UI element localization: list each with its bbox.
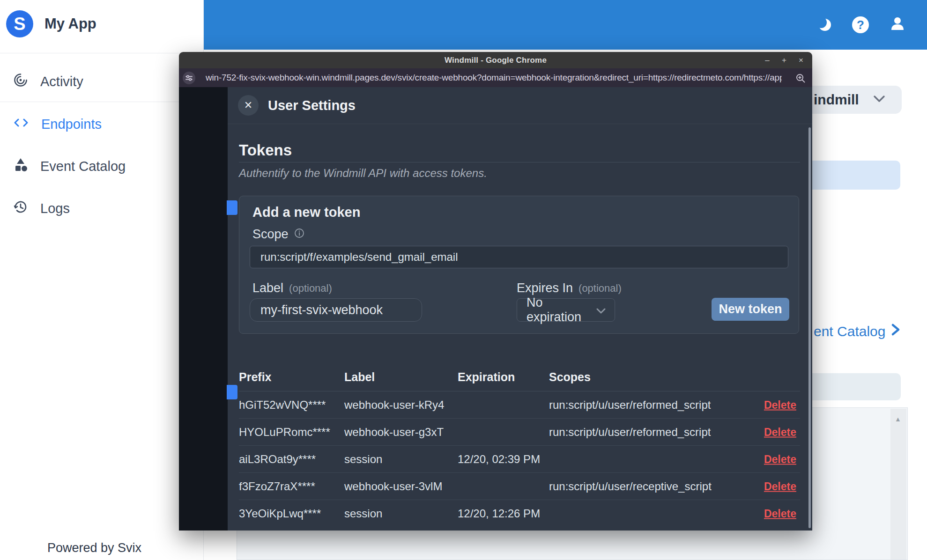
sidebar-item-activity[interactable]: Activity (0, 66, 204, 96)
token-label: session (344, 453, 382, 466)
token-scopes: run:script/u/user/receptive_script (549, 480, 712, 493)
token-prefix: 3YeOiKpLwq**** (239, 507, 321, 520)
screen: ? indmill ent Catalog ▲ S My App (0, 0, 927, 560)
tokens-subtitle: Authentify to the Windmill API with acce… (239, 167, 487, 180)
help-icon[interactable]: ? (852, 16, 869, 33)
divider (239, 162, 800, 162)
minimize-button[interactable]: – (764, 56, 771, 65)
chevron-down-icon (873, 95, 885, 104)
sidebar-item-endpoints[interactable]: Endpoints (0, 109, 204, 139)
scope-field-label: Scope (252, 227, 304, 242)
zoom-icon[interactable] (795, 73, 806, 85)
chevron-down-icon (596, 303, 606, 317)
sidebar-item-label: Logs (40, 201, 70, 216)
tokens-table: Prefix Label Expiration Scopes hGiT52wVN… (239, 363, 800, 527)
browser-viewport: ✕ User Settings Tokens Authentify to the… (179, 87, 812, 531)
col-header-expiration: Expiration (458, 370, 515, 384)
add-token-card: Add a new token Scope run:script/f/examp… (239, 196, 799, 334)
token-prefix: hGiT52wVNQ**** (239, 398, 326, 412)
sidebar-item-logs[interactable]: Logs (0, 193, 204, 223)
col-header-prefix: Prefix (239, 370, 271, 384)
sidebar-item-label: Event Catalog (40, 159, 126, 174)
table-row: aiL3ROat9y**** session 12/20, 02:39 PM D… (239, 446, 800, 473)
table-row: 3YeOiKpLwq**** session 12/20, 12:26 PM D… (239, 500, 800, 527)
hidden-blue-button[interactable] (227, 385, 237, 399)
table-row: f3FzoZ7raX**** webhook-user-3vlM run:scr… (239, 473, 800, 500)
scope-label-text: Scope (252, 227, 289, 242)
token-scopes: run:script/u/user/reformed_script (549, 398, 711, 412)
col-header-scopes: Scopes (549, 370, 591, 384)
user-icon[interactable] (889, 15, 906, 35)
sidebar-item-label: Activity (40, 74, 83, 89)
site-settings-icon[interactable] (183, 72, 195, 84)
col-header-label: Label (344, 370, 375, 384)
table-row: HYOLuPRomc**** webhook-user-g3xT run:scr… (239, 419, 800, 446)
table-header-row: Prefix Label Expiration Scopes (239, 363, 800, 391)
shapes-icon (13, 157, 28, 176)
app-topbar: ? (204, 0, 927, 50)
sidebar-item-event-catalog[interactable]: Event Catalog (0, 151, 204, 181)
token-scopes: run:script/u/user/reformed_script (549, 426, 711, 439)
token-expiration: 12/20, 12:26 PM (458, 507, 540, 520)
modal-header: ✕ User Settings (228, 87, 812, 124)
token-label: webhook-user-kRy4 (344, 398, 444, 412)
token-expiration: 12/20, 02:39 PM (458, 453, 540, 466)
page-backdrop (179, 87, 228, 531)
scroll-up-icon[interactable]: ▲ (895, 415, 901, 423)
chevron-right-icon (891, 323, 900, 339)
powered-by-svix: Powered by Svix (47, 541, 141, 555)
token-prefix: aiL3ROat9y**** (239, 453, 316, 466)
modal-title: User Settings (268, 87, 356, 124)
modal-scrollbar[interactable] (808, 127, 811, 528)
token-prefix: f3FzoZ7raX**** (239, 480, 315, 493)
event-catalog-link[interactable]: ent Catalog (814, 323, 900, 339)
label-label-text: Label (252, 281, 283, 295)
close-window-button[interactable]: × (797, 56, 805, 65)
close-icon[interactable]: ✕ (238, 95, 259, 116)
label-field-label: Label (optional) (252, 281, 332, 295)
app-name: My App (44, 15, 96, 32)
optional-hint: (optional) (578, 282, 622, 295)
url-text[interactable]: win-752-fix-svix-webhook-win.windmill.pa… (206, 73, 782, 83)
token-prefix: HYOLuPRomc**** (239, 426, 330, 439)
delete-token-link[interactable]: Delete (764, 480, 796, 493)
info-icon[interactable] (294, 227, 304, 242)
svix-logo: S (6, 10, 33, 37)
hidden-blue-button[interactable] (227, 200, 237, 215)
url-bar[interactable]: win-752-fix-svix-webhook-win.windmill.pa… (179, 68, 812, 87)
delete-token-link[interactable]: Delete (764, 398, 796, 411)
divider (0, 102, 204, 102)
new-token-button[interactable]: New token (712, 298, 789, 321)
window-title: Windmill - Google Chrome (179, 52, 812, 68)
event-catalog-link-label: ent Catalog (814, 324, 885, 339)
sidebar-item-label: Endpoints (41, 117, 102, 132)
delete-token-link[interactable]: Delete (764, 426, 796, 438)
optional-hint: (optional) (289, 282, 332, 295)
delete-token-link[interactable]: Delete (764, 508, 796, 520)
user-settings-modal: ✕ User Settings Tokens Authentify to the… (228, 87, 812, 531)
workspace-label: indmill (814, 92, 859, 108)
label-input[interactable]: my-first-svix-webhook (250, 298, 422, 322)
expires-selected-value: No expiration (527, 295, 596, 324)
expires-label-text: Expires In (517, 281, 573, 295)
maximize-button[interactable]: + (780, 56, 788, 65)
delete-token-link[interactable]: Delete (764, 453, 796, 465)
panel-scrollbar[interactable]: ▲ (890, 409, 906, 560)
moon-icon[interactable] (816, 16, 832, 33)
add-token-heading: Add a new token (252, 205, 360, 220)
chrome-window: Windmill - Google Chrome – + × win-752-f… (179, 52, 812, 531)
code-icon (13, 116, 29, 133)
table-row: hGiT52wVNQ**** webhook-user-kRy4 run:scr… (239, 391, 800, 419)
scope-input[interactable]: run:script/f/examples/send_gmail_email (250, 246, 788, 268)
token-label: session (344, 507, 382, 520)
history-icon (13, 199, 28, 218)
token-label: webhook-user-3vlM (344, 480, 442, 493)
token-label: webhook-user-g3xT (344, 426, 444, 439)
expires-select[interactable]: No expiration (517, 298, 615, 322)
window-titlebar[interactable]: Windmill - Google Chrome – + × (179, 52, 812, 68)
app-brand: S My App (6, 10, 96, 37)
divider (0, 53, 204, 53)
sidebar: S My App Activity Endpoints (0, 0, 204, 560)
expires-field-label: Expires In (optional) (517, 281, 622, 295)
target-icon (13, 73, 28, 91)
